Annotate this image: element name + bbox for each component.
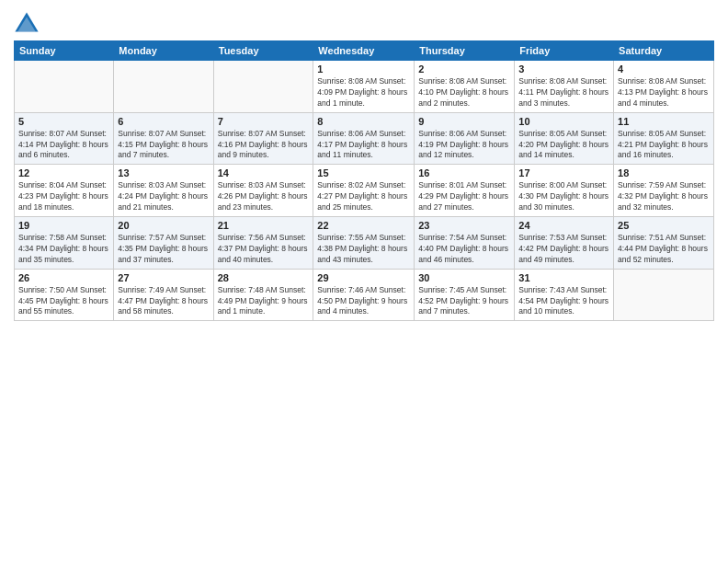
calendar-cell: 7Sunrise: 8:07 AM Sunset: 4:16 PM Daylig… — [213, 112, 313, 165]
calendar-cell: 8Sunrise: 8:06 AM Sunset: 4:17 PM Daylig… — [313, 112, 415, 165]
day-info: Sunrise: 7:57 AM Sunset: 4:35 PM Dayligh… — [118, 233, 209, 266]
calendar-week-row: 5Sunrise: 8:07 AM Sunset: 4:14 PM Daylig… — [15, 112, 714, 165]
day-number: 16 — [418, 167, 510, 178]
day-info: Sunrise: 8:00 AM Sunset: 4:30 PM Dayligh… — [518, 180, 609, 213]
day-info: Sunrise: 8:08 AM Sunset: 4:09 PM Dayligh… — [317, 76, 410, 109]
day-info: Sunrise: 8:07 AM Sunset: 4:16 PM Dayligh… — [218, 129, 310, 162]
day-number: 2 — [418, 63, 510, 75]
calendar-cell: 20Sunrise: 7:57 AM Sunset: 4:35 PM Dayli… — [114, 217, 213, 270]
day-number: 19 — [18, 220, 109, 231]
calendar-cell: 4Sunrise: 8:08 AM Sunset: 4:13 PM Daylig… — [614, 61, 714, 113]
logo — [14, 9, 43, 35]
day-info: Sunrise: 8:04 AM Sunset: 4:23 PM Dayligh… — [18, 180, 109, 213]
day-number: 24 — [518, 220, 609, 231]
day-info: Sunrise: 8:08 AM Sunset: 4:10 PM Dayligh… — [418, 76, 510, 109]
calendar-cell: 6Sunrise: 8:07 AM Sunset: 4:15 PM Daylig… — [114, 112, 213, 165]
calendar-cell: 15Sunrise: 8:02 AM Sunset: 4:27 PM Dayli… — [313, 165, 415, 217]
calendar-cell: 13Sunrise: 8:03 AM Sunset: 4:24 PM Dayli… — [114, 165, 213, 217]
calendar-cell: 30Sunrise: 7:45 AM Sunset: 4:52 PM Dayli… — [415, 269, 515, 321]
weekday-header: Sunday — [15, 41, 114, 61]
calendar-cell: 25Sunrise: 7:51 AM Sunset: 4:44 PM Dayli… — [614, 217, 714, 270]
day-number: 15 — [317, 167, 410, 178]
calendar-cell: 3Sunrise: 8:08 AM Sunset: 4:11 PM Daylig… — [515, 61, 614, 113]
calendar-week-row: 1Sunrise: 8:08 AM Sunset: 4:09 PM Daylig… — [15, 61, 714, 113]
calendar-cell: 18Sunrise: 7:59 AM Sunset: 4:32 PM Dayli… — [614, 165, 714, 217]
header — [14, 9, 714, 35]
day-info: Sunrise: 8:06 AM Sunset: 4:17 PM Dayligh… — [317, 129, 410, 162]
day-info: Sunrise: 8:08 AM Sunset: 4:13 PM Dayligh… — [618, 76, 710, 109]
day-info: Sunrise: 8:08 AM Sunset: 4:11 PM Dayligh… — [518, 76, 609, 109]
day-info: Sunrise: 7:46 AM Sunset: 4:50 PM Dayligh… — [317, 285, 410, 318]
calendar-cell: 2Sunrise: 8:08 AM Sunset: 4:10 PM Daylig… — [415, 61, 515, 113]
calendar-cell: 22Sunrise: 7:55 AM Sunset: 4:38 PM Dayli… — [313, 217, 415, 270]
day-number: 4 — [618, 63, 710, 75]
calendar-cell: 1Sunrise: 8:08 AM Sunset: 4:09 PM Daylig… — [313, 61, 415, 113]
calendar-cell: 16Sunrise: 8:01 AM Sunset: 4:29 PM Dayli… — [415, 165, 515, 217]
day-number: 17 — [518, 167, 609, 178]
logo-icon — [14, 9, 40, 35]
day-info: Sunrise: 8:07 AM Sunset: 4:14 PM Dayligh… — [18, 129, 109, 162]
day-number: 22 — [317, 220, 410, 231]
day-info: Sunrise: 7:53 AM Sunset: 4:42 PM Dayligh… — [518, 233, 609, 266]
day-number: 12 — [18, 167, 109, 178]
calendar-cell: 21Sunrise: 7:56 AM Sunset: 4:37 PM Dayli… — [213, 217, 313, 270]
calendar-cell: 11Sunrise: 8:05 AM Sunset: 4:21 PM Dayli… — [614, 112, 714, 165]
day-info: Sunrise: 7:59 AM Sunset: 4:32 PM Dayligh… — [618, 180, 710, 213]
day-number: 14 — [218, 167, 310, 178]
day-number: 29 — [317, 272, 410, 283]
day-number: 10 — [518, 116, 609, 127]
day-info: Sunrise: 7:58 AM Sunset: 4:34 PM Dayligh… — [18, 233, 109, 266]
day-info: Sunrise: 8:03 AM Sunset: 4:26 PM Dayligh… — [218, 180, 310, 213]
day-number: 3 — [518, 63, 609, 75]
day-number: 1 — [317, 63, 410, 75]
calendar-cell: 31Sunrise: 7:43 AM Sunset: 4:54 PM Dayli… — [515, 269, 614, 321]
weekday-header: Tuesday — [213, 41, 313, 61]
day-number: 21 — [218, 220, 310, 231]
calendar-cell: 24Sunrise: 7:53 AM Sunset: 4:42 PM Dayli… — [515, 217, 614, 270]
day-number: 11 — [618, 116, 710, 127]
day-info: Sunrise: 8:05 AM Sunset: 4:20 PM Dayligh… — [518, 129, 609, 162]
day-info: Sunrise: 7:50 AM Sunset: 4:45 PM Dayligh… — [18, 285, 109, 318]
day-number: 9 — [418, 116, 510, 127]
weekday-header: Monday — [114, 41, 213, 61]
weekday-header: Thursday — [415, 41, 515, 61]
day-info: Sunrise: 7:55 AM Sunset: 4:38 PM Dayligh… — [317, 233, 410, 266]
calendar-cell: 10Sunrise: 8:05 AM Sunset: 4:20 PM Dayli… — [515, 112, 614, 165]
calendar-cell: 26Sunrise: 7:50 AM Sunset: 4:45 PM Dayli… — [15, 269, 114, 321]
day-info: Sunrise: 7:51 AM Sunset: 4:44 PM Dayligh… — [618, 233, 710, 266]
day-info: Sunrise: 7:45 AM Sunset: 4:52 PM Dayligh… — [418, 285, 510, 318]
day-number: 5 — [18, 116, 109, 127]
calendar-cell: 14Sunrise: 8:03 AM Sunset: 4:26 PM Dayli… — [213, 165, 313, 217]
day-number: 30 — [418, 272, 510, 283]
calendar-cell: 27Sunrise: 7:49 AM Sunset: 4:47 PM Dayli… — [114, 269, 213, 321]
day-info: Sunrise: 7:56 AM Sunset: 4:37 PM Dayligh… — [218, 233, 310, 266]
day-info: Sunrise: 8:03 AM Sunset: 4:24 PM Dayligh… — [118, 180, 209, 213]
calendar-cell: 29Sunrise: 7:46 AM Sunset: 4:50 PM Dayli… — [313, 269, 415, 321]
weekday-header: Wednesday — [313, 41, 415, 61]
calendar-cell: 12Sunrise: 8:04 AM Sunset: 4:23 PM Dayli… — [15, 165, 114, 217]
day-number: 20 — [118, 220, 209, 231]
calendar-cell: 28Sunrise: 7:48 AM Sunset: 4:49 PM Dayli… — [213, 269, 313, 321]
calendar-cell — [213, 61, 313, 113]
calendar-cell: 17Sunrise: 8:00 AM Sunset: 4:30 PM Dayli… — [515, 165, 614, 217]
day-number: 8 — [317, 116, 410, 127]
day-number: 23 — [418, 220, 510, 231]
day-number: 26 — [18, 272, 109, 283]
day-info: Sunrise: 7:48 AM Sunset: 4:49 PM Dayligh… — [218, 285, 310, 318]
day-info: Sunrise: 8:06 AM Sunset: 4:19 PM Dayligh… — [418, 129, 510, 162]
calendar-cell: 5Sunrise: 8:07 AM Sunset: 4:14 PM Daylig… — [15, 112, 114, 165]
day-info: Sunrise: 7:54 AM Sunset: 4:40 PM Dayligh… — [418, 233, 510, 266]
calendar-header-row: SundayMondayTuesdayWednesdayThursdayFrid… — [15, 41, 714, 61]
day-number: 13 — [118, 167, 209, 178]
day-info: Sunrise: 7:49 AM Sunset: 4:47 PM Dayligh… — [118, 285, 209, 318]
day-number: 6 — [118, 116, 209, 127]
day-number: 18 — [618, 167, 710, 178]
weekday-header: Friday — [515, 41, 614, 61]
calendar-cell: 19Sunrise: 7:58 AM Sunset: 4:34 PM Dayli… — [15, 217, 114, 270]
calendar-cell — [15, 61, 114, 113]
day-number: 7 — [218, 116, 310, 127]
calendar-week-row: 19Sunrise: 7:58 AM Sunset: 4:34 PM Dayli… — [15, 217, 714, 270]
calendar-cell: 9Sunrise: 8:06 AM Sunset: 4:19 PM Daylig… — [415, 112, 515, 165]
day-info: Sunrise: 8:07 AM Sunset: 4:15 PM Dayligh… — [118, 129, 209, 162]
calendar-week-row: 26Sunrise: 7:50 AM Sunset: 4:45 PM Dayli… — [15, 269, 714, 321]
